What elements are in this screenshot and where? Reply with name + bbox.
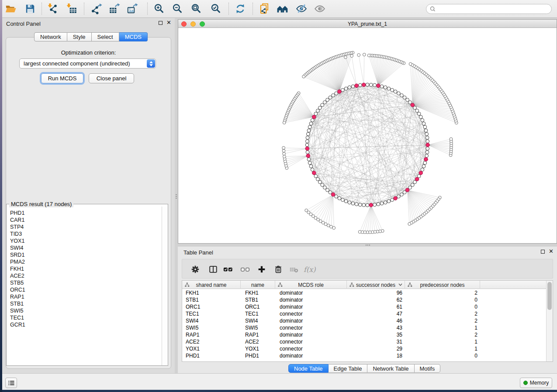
column-header-name[interactable]: name [241, 281, 275, 289]
import-network-button[interactable] [45, 1, 60, 16]
mcds-result-item[interactable]: SWI4 [10, 244, 161, 251]
column-header-shared-name[interactable]: shared name [182, 281, 241, 289]
run-mcds-button[interactable]: Run MCDS [41, 73, 83, 83]
zoom-fit-button[interactable] [189, 1, 204, 16]
import-table-button[interactable] [64, 1, 79, 16]
table-tab-node-table[interactable]: Node Table [288, 364, 329, 373]
delete-columns-button[interactable] [271, 262, 286, 276]
table-row[interactable]: SWI5SWI5connector431 [182, 324, 547, 331]
vertical-splitter[interactable] [175, 18, 178, 373]
mcds-result-item[interactable]: STP4 [10, 224, 161, 230]
list-icon [8, 380, 15, 386]
deselect-all-rows-button[interactable] [238, 262, 253, 276]
control-tab-mcds[interactable]: MCDS [119, 32, 148, 41]
zoom-selected-button[interactable] [208, 1, 223, 16]
search-icon [430, 6, 436, 12]
task-history-button[interactable] [5, 378, 17, 388]
close-panel-icon[interactable]: ✕ [166, 21, 171, 25]
mcds-result-scrollbar[interactable] [162, 206, 168, 365]
table-scrollbar[interactable] [546, 281, 553, 361]
table-row[interactable]: RAP1RAP1dominator352 [182, 331, 547, 338]
mcds-result-item[interactable]: RAP1 [10, 293, 161, 300]
table-cell: 2 [405, 289, 480, 296]
search-input[interactable] [438, 6, 548, 12]
table-cell: YOX1 [241, 345, 275, 352]
split-table-view-button[interactable] [206, 262, 221, 276]
column-label: MCDS role [298, 282, 324, 288]
criterion-select[interactable]: largest connected component (undirected) [19, 58, 156, 69]
table-toolbar: f(x) [182, 259, 553, 279]
mcds-result-item[interactable]: TEC1 [10, 314, 161, 321]
zoom-out-button[interactable] [170, 1, 185, 16]
close-panel-button[interactable]: Close panel [89, 73, 134, 83]
mcds-result-item[interactable]: PMA2 [10, 258, 161, 265]
plus-icon [257, 265, 266, 274]
select-all-rows-button[interactable] [221, 262, 235, 276]
float-panel-icon[interactable] [159, 21, 163, 25]
mcds-result-item[interactable]: SRD1 [10, 251, 161, 258]
table-row[interactable]: SWI4SWI4dominator462 [182, 317, 547, 324]
table-tab-network-table[interactable]: Network Table [367, 364, 414, 373]
table-cell: 47 [347, 310, 405, 317]
column-header-successor-nodes[interactable]: successor nodes [347, 281, 405, 289]
table-cell: 0 [405, 303, 480, 310]
mcds-result-item[interactable]: ORC1 [10, 286, 161, 293]
control-tab-select[interactable]: Select [92, 32, 119, 41]
close-panel-icon[interactable]: ✕ [549, 249, 554, 254]
create-column-button[interactable] [254, 262, 269, 276]
table-settings-button[interactable] [188, 262, 203, 276]
function-builder-button[interactable]: f(x) [303, 262, 318, 276]
network-home-button[interactable] [275, 1, 290, 16]
table-row[interactable]: YOX1YOX1connector291 [182, 345, 547, 352]
table-row[interactable]: TEC1TEC1connector472 [182, 310, 547, 317]
control-panel: Control Panel ✕ NetworkStyleSelectMCDS O… [2, 18, 175, 373]
column-header-mcds-role[interactable]: MCDS role [275, 281, 347, 289]
mcds-result-item[interactable]: PHD1 [10, 210, 161, 217]
table-row[interactable]: ACE2ACE2connector311 [182, 338, 547, 345]
delete-table-button[interactable] [287, 262, 301, 276]
apply-layout-button[interactable] [233, 1, 248, 16]
zoom-in-button[interactable] [152, 1, 166, 16]
table-cell: ACE2 [241, 338, 275, 345]
table-row[interactable]: PHD1PHD1dominator180 [182, 352, 547, 359]
table-row[interactable]: ORC1ORC1dominator610 [182, 303, 547, 310]
mcds-result-item[interactable]: STB5 [10, 279, 161, 286]
mcds-result-item[interactable]: GCR1 [10, 321, 161, 328]
column-header-predecessor-nodes[interactable]: predecessor nodes [405, 281, 480, 289]
table-row[interactable]: STB1STB1dominator620 [182, 296, 547, 303]
table-cell: SWI4 [182, 317, 241, 324]
clone-network-button[interactable] [257, 1, 272, 16]
table-row[interactable]: FKH1FKH1dominator962 [182, 289, 547, 296]
scrollbar-thumb[interactable] [547, 282, 552, 310]
control-tab-network[interactable]: Network [34, 32, 67, 41]
network-view-titlebar[interactable]: YPA_prune.txt_1 [178, 20, 557, 28]
hide-eye-button[interactable] [294, 1, 309, 16]
mcds-result-item[interactable]: SWI5 [10, 307, 161, 314]
split-view-icon [208, 265, 218, 274]
table-cell: ACE2 [182, 338, 241, 345]
mcds-result-list[interactable]: PHD1CAR1STP4TID3YOX1SWI4SRD1PMA2FKH1ACE2… [7, 210, 161, 365]
open-session-button[interactable] [3, 1, 18, 16]
mcds-result-item[interactable]: CAR1 [10, 217, 161, 224]
table-tab-edge-table[interactable]: Edge Table [329, 364, 368, 373]
network-canvas[interactable] [178, 28, 557, 243]
table-cell: connector [275, 345, 347, 352]
export-image-button[interactable] [125, 1, 140, 16]
mcds-result-item[interactable]: STB1 [10, 300, 161, 307]
mcds-result-item[interactable]: ACE2 [10, 272, 161, 279]
mcds-result-item[interactable]: FKH1 [10, 265, 161, 272]
export-table-button[interactable] [107, 1, 122, 16]
show-eye-button[interactable] [312, 1, 327, 16]
mcds-result-item[interactable]: YOX1 [10, 237, 161, 244]
memory-button[interactable]: Memory [520, 378, 552, 388]
horizontal-splitter[interactable] [178, 244, 557, 247]
float-panel-icon[interactable] [541, 250, 545, 254]
control-tab-style[interactable]: Style [67, 32, 92, 41]
table-tab-motifs[interactable]: Motifs [415, 364, 441, 373]
export-network-button[interactable] [89, 1, 104, 16]
mcds-result-item[interactable]: TID3 [10, 230, 161, 237]
save-session-button[interactable] [23, 1, 38, 16]
table-cell: 2 [405, 310, 480, 317]
table-cell: 61 [347, 303, 405, 310]
zoom-in-icon [153, 3, 165, 14]
